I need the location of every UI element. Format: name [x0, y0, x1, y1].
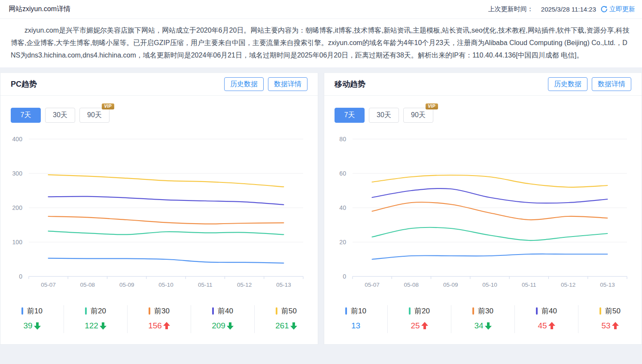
svg-text:05-13: 05-13: [276, 282, 291, 288]
legend-marker: [21, 307, 23, 315]
svg-text:05-07: 05-07: [365, 282, 379, 288]
legend-marker: [85, 307, 87, 315]
pc-trend-panel: PC趋势 历史数据 数据详情 7天 30天 90天 VIP 0100200300…: [0, 73, 318, 345]
mobile-chart-legend: 前10 13 前20 25 前30 34 前40 45 前50 53: [324, 305, 642, 333]
legend-marker: [149, 307, 150, 315]
down-arrow-icon: [34, 322, 41, 330]
legend-value: 261: [275, 321, 289, 330]
down-arrow-icon: [227, 322, 234, 330]
down-arrow-icon: [290, 322, 297, 330]
site-description-text: zxiyun.com是兴平市媚妮尔美容店旗下网站，网站成立于2020年6月20日…: [11, 24, 631, 61]
pc-legend-item-top40: 前40 209: [191, 305, 254, 333]
update-info: 上次更新时间： 2025/3/28 11:14:23 立即更新: [488, 5, 635, 13]
legend-marker: [536, 307, 538, 315]
mobile-legend-item-top30: 前30 34: [451, 305, 514, 333]
down-arrow-icon: [100, 322, 106, 330]
svg-text:05-08: 05-08: [80, 282, 95, 288]
mobile-range-7d-button[interactable]: 7天: [335, 108, 365, 123]
mobile-legend-item-top20: 前20 25: [387, 305, 451, 333]
legend-value: 39: [23, 321, 32, 330]
svg-text:05-07: 05-07: [41, 282, 55, 288]
vip-badge: VIP: [102, 103, 114, 109]
pc-legend-item-top30: 前30 156: [127, 305, 191, 333]
pc-trend-chart-wrap: 010020030040005-0705-0805-0905-1005-1105…: [0, 129, 318, 294]
mobile-trend-panel: 移动趋势 历史数据 数据详情 7天 30天 90天 VIP 0204060800…: [324, 73, 642, 345]
pc-range-buttons: 7天 30天 90天 VIP: [11, 108, 318, 123]
pc-range-90d-button[interactable]: 90天 VIP: [79, 108, 110, 123]
legend-marker: [599, 307, 601, 315]
svg-text:05-11: 05-11: [198, 282, 212, 288]
svg-text:05-10: 05-10: [158, 282, 173, 288]
topbar: 网站zxiyun.com详情 上次更新时间： 2025/3/28 11:14:2…: [0, 0, 642, 19]
legend-value: 53: [601, 321, 610, 330]
mobile-data-detail-button[interactable]: 数据详情: [592, 77, 631, 91]
pc-legend-item-top10: 前10 39: [0, 305, 64, 333]
up-arrow-icon: [548, 322, 555, 330]
svg-text:60: 60: [339, 170, 346, 177]
pc-legend-item-top20: 前20 122: [64, 305, 127, 333]
svg-text:05-09: 05-09: [443, 282, 458, 288]
up-arrow-icon: [612, 322, 619, 330]
mobile-range-30d-button[interactable]: 30天: [369, 108, 399, 123]
svg-text:100: 100: [12, 239, 23, 246]
svg-text:80: 80: [339, 136, 346, 143]
legend-marker: [345, 307, 347, 315]
svg-text:05-08: 05-08: [404, 282, 419, 288]
pc-legend-item-top50: 前50 261: [254, 305, 318, 333]
svg-text:05-12: 05-12: [561, 282, 575, 288]
legend-marker: [212, 307, 214, 315]
pc-history-data-button[interactable]: 历史数据: [224, 77, 264, 91]
legend-value: 122: [85, 321, 98, 330]
mobile-legend-item-top50: 前50 53: [578, 305, 642, 333]
mobile-legend-item-top40: 前40 45: [514, 305, 578, 333]
mobile-history-data-button[interactable]: 历史数据: [548, 77, 587, 91]
pc-data-detail-button[interactable]: 数据详情: [268, 77, 307, 91]
svg-text:05-09: 05-09: [119, 282, 134, 288]
pc-trend-chart[interactable]: 010020030040005-0705-0805-0905-1005-1105…: [0, 129, 318, 294]
mobile-range-buttons: 7天 30天 90天 VIP: [335, 108, 642, 123]
vip-badge: VIP: [426, 103, 438, 109]
pc-chart-legend: 前10 39 前20 122 前30 156 前40 209 前50 261: [0, 305, 318, 333]
pc-range-7d-button[interactable]: 7天: [11, 108, 41, 123]
last-update-time: 2025/3/28 11:14:23: [541, 6, 596, 13]
legend-value: 156: [148, 321, 162, 330]
refresh-label: 立即更新: [609, 5, 635, 13]
up-arrow-icon: [163, 322, 170, 330]
mobile-panel-title: 移动趋势: [335, 79, 365, 89]
svg-text:20: 20: [339, 239, 346, 246]
mobile-trend-chart-wrap: 02040608005-0705-0805-0905-1005-1105-120…: [324, 129, 642, 294]
legend-value: 34: [474, 321, 483, 330]
up-arrow-icon: [421, 322, 428, 330]
svg-text:05-10: 05-10: [482, 282, 497, 288]
legend-value: 45: [538, 321, 547, 330]
page-title: 网站zxiyun.com详情: [9, 5, 70, 14]
pc-panel-header: PC趋势 历史数据 数据详情: [0, 73, 318, 96]
site-description-section: zxiyun.com是兴平市媚妮尔美容店旗下网站，网站成立于2020年6月20日…: [0, 19, 642, 67]
legend-value: 25: [411, 321, 420, 330]
svg-text:400: 400: [12, 136, 23, 143]
trend-panels: PC趋势 历史数据 数据详情 7天 30天 90天 VIP 0100200300…: [0, 73, 642, 345]
legend-marker: [409, 307, 411, 315]
legend-value: 209: [212, 321, 225, 330]
legend-marker: [276, 307, 277, 315]
svg-text:40: 40: [339, 204, 346, 211]
pc-range-30d-button[interactable]: 30天: [45, 108, 75, 123]
pc-panel-title: PC趋势: [11, 79, 37, 89]
legend-marker: [472, 307, 474, 315]
mobile-legend-item-top10: 前10 13: [324, 305, 387, 333]
mobile-panel-header: 移动趋势 历史数据 数据详情: [324, 73, 642, 96]
down-arrow-icon: [485, 322, 492, 330]
svg-text:05-12: 05-12: [237, 282, 252, 288]
mobile-trend-chart[interactable]: 02040608005-0705-0805-0905-1005-1105-120…: [324, 129, 642, 294]
svg-text:05-13: 05-13: [600, 282, 615, 288]
svg-text:300: 300: [12, 170, 23, 177]
mobile-range-90d-button[interactable]: 90天 VIP: [403, 108, 433, 123]
svg-text:200: 200: [12, 204, 23, 211]
legend-value: 13: [351, 321, 360, 330]
svg-text:05-11: 05-11: [522, 282, 536, 288]
last-update-label: 上次更新时间：: [488, 5, 533, 13]
svg-text:0: 0: [19, 273, 22, 280]
svg-text:0: 0: [343, 273, 346, 280]
refresh-now-link[interactable]: 立即更新: [600, 5, 635, 13]
refresh-icon: [600, 6, 609, 13]
